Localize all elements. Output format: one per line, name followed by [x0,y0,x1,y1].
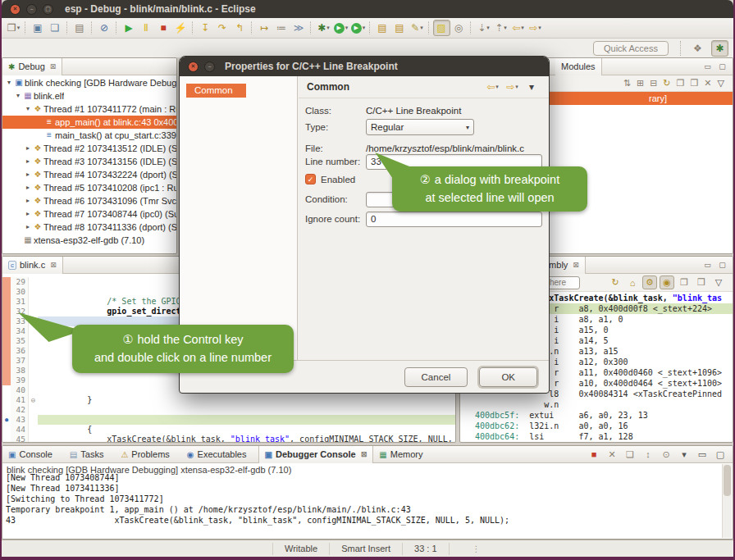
line-number[interactable]: 30 [11,287,29,297]
tree-expander-icon[interactable]: ▸ [24,142,32,155]
debug-tree-row[interactable]: ≡ app_main() at blink.c:43 0x400dbc [2,116,176,129]
breakpoint-gutter[interactable] [2,366,11,376]
disassembly-row[interactable]: 400dbc62: l32i.n a0, a0, 16 [475,421,733,431]
debug-tree-row[interactable]: ▾ ▣ blink checking [GDB Hardware Debug [2,76,176,89]
disassembly-toolbar-icon[interactable]: ◉ [660,275,674,289]
debug-tree-row[interactable]: ▸ ❖ Thread #3 1073413156 (IDLE) (Susp [2,155,176,168]
modules-toolbar-icon[interactable]: ⊟ [650,78,657,89]
nav-item-common[interactable]: Common [186,84,246,98]
window-close-button[interactable]: ✕ [10,4,21,15]
tab-blink-c[interactable]: c blink.c ⊠ [2,257,63,274]
toolbar-icon[interactable]: ▨ [433,20,450,36]
debug-tree-row[interactable]: ▸ ❖ Thread #4 1073432224 (dport) (Sus [2,168,176,181]
close-icon[interactable]: ⊠ [50,261,57,269]
console-toolbar-icon[interactable]: ■ [587,448,601,462]
disassembly-toolbar-icon[interactable]: ↻ [608,275,623,289]
toolbar-icon[interactable]: ↰ [231,20,249,36]
fold-icon[interactable] [29,297,38,307]
code-line[interactable]: ● 43 xTaskCreate(&blink_task, "blink_tas… [2,415,455,425]
tree-expander-icon[interactable]: ▸ [24,155,32,168]
fold-icon[interactable] [29,385,38,395]
debug-tree-row[interactable]: ≡ main_task() at cpu_start.c:339 0x4 [2,129,176,142]
debug-tree-row[interactable]: ▾ ▦ blink.elf [2,89,176,102]
debug-tree-row[interactable]: ▸ ❖ Thread #6 1073431096 (Tmr Svc) (S [2,194,176,207]
debug-tree-row[interactable]: ▸ ❖ Thread #8 1073411336 (dport) (Sus [2,221,176,234]
toolbar-icon[interactable]: ◎ [450,20,468,36]
debug-tree-row[interactable]: ▸ ❖ Thread #5 1073410208 (ipc1 : Runni [2,181,176,194]
toolbar-icon[interactable]: ⇣ ▾ [475,20,492,36]
breakpoint-gutter[interactable] [2,356,11,366]
disassembly-toolbar-icon[interactable]: ▽ [711,275,726,289]
debug-tree-row[interactable]: ▾ ❖ Thread #1 1073411772 (main : Runn [2,102,176,116]
toolbar-icon[interactable] [116,21,118,34]
close-icon[interactable]: ⊠ [573,261,579,269]
toolbar-icon[interactable] [251,21,253,34]
toolbar-icon[interactable]: ≔ [273,20,290,36]
ok-button[interactable]: OK [479,367,537,387]
fold-icon[interactable] [29,435,38,442]
console-toolbar-icon[interactable]: ⊙ [659,448,673,462]
toolbar-icon[interactable]: ▤ [374,20,391,36]
line-number[interactable]: 43 [11,415,29,425]
toolbar-icon[interactable]: ▤ [71,20,89,36]
toolbar-icon[interactable]: ▣ [30,20,47,36]
breakpoint-gutter[interactable] [2,336,11,346]
fold-icon[interactable] [29,336,38,346]
console-tab[interactable]: ▦ Memory [373,446,434,463]
tree-expander-icon[interactable]: ▸ [24,181,32,194]
tree-expander-icon[interactable]: ▾ [5,76,13,89]
minimize-icon[interactable]: ▭ [701,61,714,72]
console-tab[interactable]: ▤ Tasks [64,446,116,463]
toolbar-icon[interactable]: ⇡ ▾ [492,20,509,36]
modules-toolbar-icon[interactable]: ✕ [704,78,711,89]
modules-toolbar-icon[interactable]: ⇅ [623,78,631,89]
disassembly-toolbar-icon[interactable]: ❐ [677,275,692,289]
line-number[interactable]: 41 [11,395,29,405]
tree-expander-icon[interactable]: ▸ [24,221,32,234]
toolbar-icon[interactable]: ▶ ▾ [349,20,367,36]
breakpoint-gutter[interactable]: ● [2,415,11,425]
disassembly-toolbar-icon[interactable]: ❒ [694,275,709,289]
dialog-minimize-button[interactable]: − [204,61,215,72]
debug-tree-row[interactable]: ▸ ❖ Thread #2 1073413512 (IDLE) (Susp [2,142,176,155]
dialog-close-button[interactable]: ✕ [188,61,199,72]
fold-icon[interactable] [29,346,38,356]
toolbar-icon[interactable]: ↷ [214,20,231,36]
line-number[interactable]: 42 [11,405,29,415]
console-output[interactable]: blink checking [GDB Hardware Debugging] … [3,464,722,538]
modules-toolbar-icon[interactable]: ▽ [718,78,724,89]
dialog-nav-arrow[interactable]: ⇦ ▾ [484,79,501,95]
tree-expander-icon[interactable]: ▸ [24,194,32,207]
toolbar-icon[interactable]: Ⅱ [138,20,155,36]
breakpoint-gutter[interactable] [2,316,11,326]
window-minimize-button[interactable]: − [26,4,37,15]
tree-expander-icon[interactable]: ▸ [24,168,32,181]
toolbar-icon[interactable]: ⇨ ▾ [527,20,544,36]
line-number[interactable]: 39 [11,376,29,385]
line-number[interactable]: 38 [11,366,29,376]
toolbar-icon[interactable]: ❐ ▾ [5,20,22,36]
line-number[interactable]: 35 [11,336,29,346]
maximize-icon[interactable]: ▢ [716,259,728,271]
maximize-icon[interactable]: ▢ [716,61,728,72]
code-line[interactable]: 41 ⊖ void app_main() [2,395,455,405]
toolbar-icon[interactable]: ⚡ [172,20,189,36]
console-tab[interactable]: ◉ Executables [181,446,258,463]
breakpoint-gutter[interactable] [2,346,11,356]
fold-icon[interactable] [29,376,38,385]
type-dropdown[interactable]: Regular ▾ [366,119,474,135]
fold-icon[interactable] [29,425,38,435]
modules-toolbar-icon[interactable]: ❒ [690,78,698,89]
disassembly-row[interactable]: w.n [475,399,733,410]
toolbar-icon[interactable]: ❏ [47,20,64,36]
fold-icon[interactable] [29,405,38,415]
console-toolbar-icon[interactable]: ▭ [695,448,710,462]
console-toolbar-icon[interactable]: ❏ [623,448,637,462]
toolbar-icon[interactable] [369,21,372,34]
breakpoint-gutter[interactable] [2,435,11,442]
toolbar-icon[interactable]: ↦ [256,20,273,36]
console-tab[interactable]: ▣ Console [2,446,64,463]
modules-toolbar-icon[interactable]: ↻ [663,78,670,89]
debug-tree-row[interactable]: ▸ ❖ Thread #7 1073408744 (ipc0) (Susp [2,207,176,221]
code-line[interactable]: 44 } [2,425,455,435]
